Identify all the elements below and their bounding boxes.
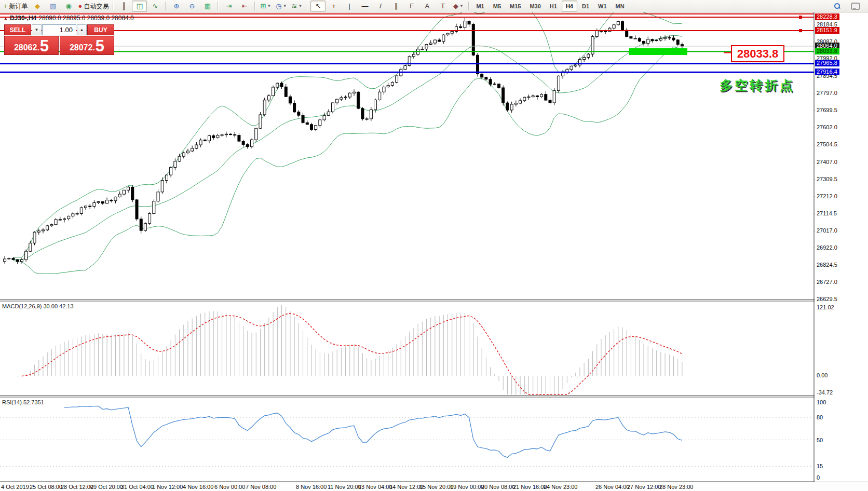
chart-shift-button[interactable]: ⇤: [237, 1, 252, 12]
time-tick-label: 4 Oct 2019: [1, 484, 29, 490]
price-tick-label: 27504.5: [817, 141, 837, 147]
cursor-button[interactable]: ↖: [310, 1, 326, 12]
dropdown-arrow-icon: ▼: [267, 4, 271, 8]
time-tick-label: 19 Nov 00:00: [450, 484, 484, 490]
buy-price-display[interactable]: 28072.5: [60, 36, 114, 55]
time-tick-label: 14 Nov 12:00: [389, 484, 423, 490]
new-chart-button[interactable]: ⊞▼: [258, 1, 273, 12]
price-tick-label: 26727.0: [817, 279, 837, 285]
time-tick-label: 31 Oct 04:00: [121, 484, 154, 490]
horizontal-line-objects: [0, 14, 814, 72]
zoom-out-button[interactable]: ⊖: [184, 1, 199, 12]
rsi-label: RSI(14) 52.7351: [2, 399, 44, 405]
timeframe-d1[interactable]: D1: [578, 1, 593, 12]
macd-signal-value: 42.13: [59, 303, 74, 309]
trendline-icon: /: [379, 3, 382, 9]
market-watch-icon: ▧: [50, 3, 56, 9]
time-tick-label: 20 Nov 08:00: [481, 484, 515, 490]
market-watch-button[interactable]: ▧: [46, 1, 61, 12]
crosshair-button[interactable]: +: [326, 1, 341, 12]
time-scale[interactable]: 4 Oct 201925 Oct 08:0028 Oct 12:0029 Oct…: [0, 482, 868, 491]
price-tick-label: 27114.5: [817, 210, 837, 216]
volume-increase-button[interactable]: ▲: [77, 24, 87, 35]
profiles-icon: ◷: [276, 3, 281, 9]
timeframe-w1[interactable]: W1: [594, 1, 611, 12]
zoom-out-icon: ⊖: [189, 3, 195, 9]
text-button[interactable]: A: [419, 1, 435, 12]
zoom-in-button[interactable]: ⊕: [169, 1, 184, 12]
buy-price-pips: 5: [96, 39, 104, 53]
buy-button[interactable]: BUY: [87, 24, 114, 35]
time-tick-label: 26 Nov 04:00: [595, 484, 629, 490]
candlestick-chart-icon: ◫: [137, 3, 143, 9]
time-tick-label: 28 Nov 23:00: [659, 484, 693, 490]
indicators-button[interactable]: ≋▼: [289, 1, 304, 12]
toolbar-separator: [254, 2, 255, 10]
timeframe-m5[interactable]: M5: [489, 1, 505, 12]
price-line-label: 28151.9: [815, 27, 839, 34]
timeframe-m15[interactable]: M15: [506, 1, 525, 12]
history-center-button[interactable]: ◆: [30, 1, 45, 12]
equidistant-channel-button[interactable]: ∥: [388, 1, 403, 12]
volume-decrease-button[interactable]: ▼: [32, 24, 42, 35]
timeframe-mn[interactable]: MN: [612, 1, 629, 12]
price-scale[interactable]: 28184.528087.027992.027894.527797.027699…: [815, 12, 868, 482]
candlestick-chart-button[interactable]: ◫: [132, 1, 147, 12]
volume-input[interactable]: 1.00: [42, 24, 76, 35]
timeframe-h1[interactable]: H1: [546, 1, 561, 12]
line-chart-button[interactable]: ∿: [147, 1, 162, 12]
macd-scale-min: -34.72: [817, 389, 833, 395]
time-tick-label: 15 Nov 20:00: [419, 484, 453, 490]
sell-price-main: 28062.: [14, 42, 39, 53]
timeframe-m30[interactable]: M30: [525, 1, 545, 12]
new-order-button-label: 新订单: [9, 3, 28, 9]
sell-button[interactable]: SELL: [4, 24, 31, 35]
main-toolbar: +新订单◆▧◉●自动交易║◫∿⊕⊖▦⇥⇤⊞▼◷▼≋▼↖+|—/∥FAT◆▼M1M…: [0, 0, 868, 12]
price-line-label: 27916.4: [815, 69, 839, 75]
rsi-value: 52.7351: [23, 399, 44, 405]
time-tick-label: 21 Nov 16:00: [513, 484, 547, 490]
rsi-scale-label: 100: [817, 399, 826, 405]
buy-price-main: 28072.: [70, 42, 95, 53]
horizontal-line-button[interactable]: —: [357, 1, 372, 12]
price-tick-label: 27699.5: [817, 107, 837, 113]
timeframe-group: M1M5M15M30H1H4D1W1MN: [472, 1, 628, 12]
price-tag-annotation: 28033.8: [731, 45, 784, 62]
tile-windows-button[interactable]: ▦: [200, 1, 215, 12]
cn-text-annotation: 多空转折点: [720, 77, 795, 94]
rsi-indicator: [0, 406, 814, 467]
vertical-line-icon: |: [348, 3, 350, 9]
chart-title: ▲ DJ30-,H4 28090.0 28095.0 28039.0 28064…: [4, 15, 134, 22]
toolbar-separator: [468, 2, 469, 10]
toolbar-separator: [113, 2, 114, 10]
fibonacci-button[interactable]: F: [404, 1, 419, 12]
auto-scroll-button[interactable]: ⇥: [221, 1, 236, 12]
vertical-line-button[interactable]: |: [342, 1, 357, 12]
search-button[interactable]: [830, 1, 845, 12]
toolbar-group: ⇥⇤: [221, 1, 252, 12]
timeframe-m1[interactable]: M1: [472, 1, 488, 12]
bar-chart-button[interactable]: ║: [116, 1, 131, 12]
chat-button[interactable]: [848, 1, 863, 12]
line-chart-icon: ∿: [153, 3, 158, 9]
equidistant-channel-icon: ∥: [395, 3, 398, 9]
new-order-button[interactable]: +新订单: [2, 1, 30, 12]
auto-trading-button[interactable]: ●自动交易: [77, 1, 111, 12]
text-label-button[interactable]: T: [435, 1, 450, 12]
price-tick-label: 27602.0: [817, 124, 837, 130]
macd-indicator: [13, 305, 682, 394]
time-tick-label: 6 Nov 00:00: [214, 484, 245, 490]
tile-windows-icon: ▦: [205, 3, 211, 9]
profiles-button[interactable]: ◷▼: [274, 1, 289, 12]
dropdown-arrow-icon: ▼: [298, 4, 302, 8]
arrows-button[interactable]: ◆▼: [451, 1, 466, 12]
time-tick-label: 7 Nov 08:00: [246, 484, 276, 490]
trendline-button[interactable]: /: [373, 1, 388, 12]
timeframe-h4[interactable]: H4: [562, 1, 577, 12]
price-tick-label: 27017.0: [817, 227, 837, 234]
sell-price-display[interactable]: 28062.5: [4, 36, 59, 55]
signals-button[interactable]: ◉: [61, 1, 76, 12]
dropdown-arrow-icon: ▼: [283, 4, 287, 8]
history-center-icon: ◆: [35, 3, 40, 9]
arrows-icon: ◆: [453, 3, 458, 9]
